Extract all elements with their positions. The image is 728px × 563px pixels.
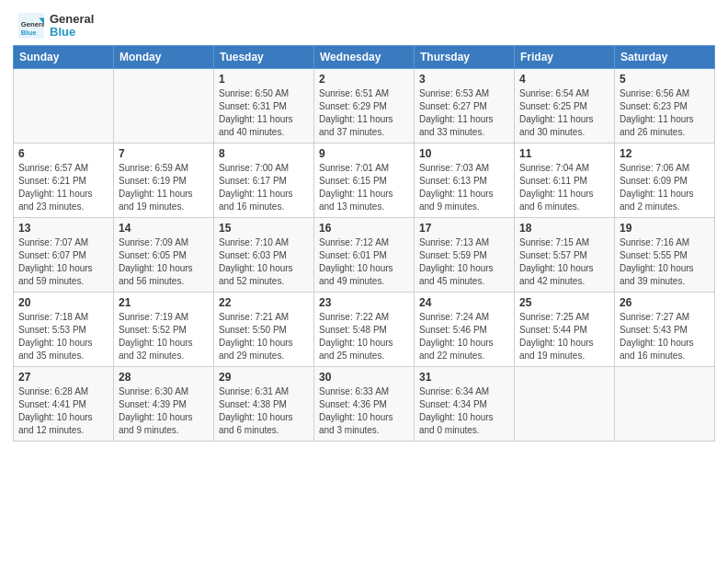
day-info: Sunrise: 7:00 AMSunset: 6:17 PMDaylight:… bbox=[219, 162, 309, 213]
calendar-week-row: 6Sunrise: 6:57 AMSunset: 6:21 PMDaylight… bbox=[14, 143, 715, 217]
calendar-cell: 15Sunrise: 7:10 AMSunset: 6:03 PMDayligh… bbox=[214, 217, 314, 292]
calendar-cell: 5Sunrise: 6:56 AMSunset: 6:23 PMDaylight… bbox=[615, 68, 715, 143]
weekday-header-cell: Saturday bbox=[615, 45, 715, 68]
calendar-cell: 28Sunrise: 6:30 AMSunset: 4:39 PMDayligh… bbox=[114, 366, 214, 441]
day-number: 25 bbox=[519, 296, 609, 309]
day-number: 30 bbox=[319, 371, 409, 384]
weekday-header-row: SundayMondayTuesdayWednesdayThursdayFrid… bbox=[14, 45, 715, 68]
day-info: Sunrise: 7:18 AMSunset: 5:53 PMDaylight:… bbox=[18, 311, 108, 362]
calendar-cell: 21Sunrise: 7:19 AMSunset: 5:52 PMDayligh… bbox=[114, 292, 214, 366]
calendar-cell: 31Sunrise: 6:34 AMSunset: 4:34 PMDayligh… bbox=[415, 366, 515, 441]
day-number: 13 bbox=[18, 222, 108, 235]
day-info: Sunrise: 7:22 AMSunset: 5:48 PMDaylight:… bbox=[319, 311, 409, 362]
calendar-cell: 13Sunrise: 7:07 AMSunset: 6:07 PMDayligh… bbox=[14, 217, 114, 292]
day-number: 18 bbox=[519, 222, 609, 235]
calendar-cell: 11Sunrise: 7:04 AMSunset: 6:11 PMDayligh… bbox=[515, 143, 615, 217]
day-number: 21 bbox=[119, 296, 209, 309]
logo-icon: General Blue bbox=[18, 13, 44, 39]
day-number: 19 bbox=[620, 222, 710, 235]
weekday-header-cell: Friday bbox=[515, 45, 615, 68]
day-number: 15 bbox=[219, 222, 309, 235]
calendar-cell bbox=[114, 68, 214, 143]
calendar-week-row: 1Sunrise: 6:50 AMSunset: 6:31 PMDaylight… bbox=[14, 68, 715, 143]
day-info: Sunrise: 7:09 AMSunset: 6:05 PMDaylight:… bbox=[119, 236, 209, 288]
day-info: Sunrise: 6:54 AMSunset: 6:25 PMDaylight:… bbox=[519, 87, 609, 139]
day-info: Sunrise: 6:56 AMSunset: 6:23 PMDaylight:… bbox=[620, 87, 710, 139]
day-info: Sunrise: 7:16 AMSunset: 5:55 PMDaylight:… bbox=[620, 236, 710, 288]
day-number: 11 bbox=[519, 147, 609, 160]
calendar-week-row: 20Sunrise: 7:18 AMSunset: 5:53 PMDayligh… bbox=[14, 292, 715, 366]
day-info: Sunrise: 7:10 AMSunset: 6:03 PMDaylight:… bbox=[219, 236, 309, 288]
calendar-cell: 30Sunrise: 6:33 AMSunset: 4:36 PMDayligh… bbox=[314, 366, 415, 441]
day-info: Sunrise: 7:06 AMSunset: 6:09 PMDaylight:… bbox=[620, 162, 710, 213]
logo-line1: General bbox=[50, 13, 94, 26]
day-number: 28 bbox=[119, 371, 209, 384]
weekday-header-cell: Sunday bbox=[14, 45, 114, 68]
day-number: 23 bbox=[319, 296, 409, 309]
day-info: Sunrise: 6:28 AMSunset: 4:41 PMDaylight:… bbox=[18, 385, 108, 437]
calendar-body: 1Sunrise: 6:50 AMSunset: 6:31 PMDaylight… bbox=[14, 68, 715, 441]
calendar-cell: 14Sunrise: 7:09 AMSunset: 6:05 PMDayligh… bbox=[114, 217, 214, 292]
calendar-cell: 24Sunrise: 7:24 AMSunset: 5:46 PMDayligh… bbox=[415, 292, 515, 366]
day-info: Sunrise: 7:15 AMSunset: 5:57 PMDaylight:… bbox=[519, 236, 609, 288]
calendar-cell: 17Sunrise: 7:13 AMSunset: 5:59 PMDayligh… bbox=[415, 217, 515, 292]
day-number: 7 bbox=[119, 147, 209, 160]
day-number: 16 bbox=[319, 222, 409, 235]
calendar-cell: 18Sunrise: 7:15 AMSunset: 5:57 PMDayligh… bbox=[515, 217, 615, 292]
calendar-cell: 29Sunrise: 6:31 AMSunset: 4:38 PMDayligh… bbox=[214, 366, 314, 441]
calendar-cell bbox=[515, 366, 615, 441]
day-info: Sunrise: 6:51 AMSunset: 6:29 PMDaylight:… bbox=[319, 87, 409, 139]
day-number: 17 bbox=[419, 222, 509, 235]
calendar-cell: 23Sunrise: 7:22 AMSunset: 5:48 PMDayligh… bbox=[314, 292, 415, 366]
day-info: Sunrise: 6:57 AMSunset: 6:21 PMDaylight:… bbox=[18, 162, 108, 213]
day-number: 2 bbox=[319, 73, 409, 86]
svg-text:Blue: Blue bbox=[21, 29, 37, 37]
calendar-cell: 6Sunrise: 6:57 AMSunset: 6:21 PMDaylight… bbox=[14, 143, 114, 217]
day-number: 31 bbox=[419, 371, 509, 384]
calendar-cell: 20Sunrise: 7:18 AMSunset: 5:53 PMDayligh… bbox=[14, 292, 114, 366]
day-number: 5 bbox=[620, 73, 710, 86]
day-info: Sunrise: 6:30 AMSunset: 4:39 PMDaylight:… bbox=[119, 385, 209, 437]
day-info: Sunrise: 6:50 AMSunset: 6:31 PMDaylight:… bbox=[219, 87, 309, 139]
calendar-cell: 7Sunrise: 6:59 AMSunset: 6:19 PMDaylight… bbox=[114, 143, 214, 217]
day-number: 26 bbox=[620, 296, 710, 309]
day-number: 10 bbox=[419, 147, 509, 160]
day-info: Sunrise: 7:12 AMSunset: 6:01 PMDaylight:… bbox=[319, 236, 409, 288]
day-number: 6 bbox=[18, 147, 108, 160]
day-info: Sunrise: 7:03 AMSunset: 6:13 PMDaylight:… bbox=[419, 162, 509, 213]
day-info: Sunrise: 7:19 AMSunset: 5:52 PMDaylight:… bbox=[119, 311, 209, 362]
weekday-header-cell: Tuesday bbox=[214, 45, 314, 68]
calendar-cell: 25Sunrise: 7:25 AMSunset: 5:44 PMDayligh… bbox=[515, 292, 615, 366]
day-info: Sunrise: 7:04 AMSunset: 6:11 PMDaylight:… bbox=[519, 162, 609, 213]
day-info: Sunrise: 7:01 AMSunset: 6:15 PMDaylight:… bbox=[319, 162, 409, 213]
day-number: 1 bbox=[219, 73, 309, 86]
calendar-cell: 10Sunrise: 7:03 AMSunset: 6:13 PMDayligh… bbox=[415, 143, 515, 217]
day-info: Sunrise: 6:59 AMSunset: 6:19 PMDaylight:… bbox=[119, 162, 209, 213]
calendar-table: SundayMondayTuesdayWednesdayThursdayFrid… bbox=[13, 45, 715, 442]
weekday-header-cell: Wednesday bbox=[314, 45, 415, 68]
weekday-header-cell: Thursday bbox=[415, 45, 515, 68]
calendar-cell bbox=[615, 366, 715, 441]
calendar-cell: 4Sunrise: 6:54 AMSunset: 6:25 PMDaylight… bbox=[515, 68, 615, 143]
day-info: Sunrise: 6:31 AMSunset: 4:38 PMDaylight:… bbox=[219, 385, 309, 437]
logo-line2: Blue bbox=[50, 26, 94, 39]
day-number: 29 bbox=[219, 371, 309, 384]
day-number: 24 bbox=[419, 296, 509, 309]
day-info: Sunrise: 6:34 AMSunset: 4:34 PMDaylight:… bbox=[419, 385, 509, 437]
day-number: 22 bbox=[219, 296, 309, 309]
day-info: Sunrise: 7:07 AMSunset: 6:07 PMDaylight:… bbox=[18, 236, 108, 288]
calendar-week-row: 27Sunrise: 6:28 AMSunset: 4:41 PMDayligh… bbox=[14, 366, 715, 441]
day-number: 27 bbox=[18, 371, 108, 384]
calendar-cell: 22Sunrise: 7:21 AMSunset: 5:50 PMDayligh… bbox=[214, 292, 314, 366]
calendar-cell: 19Sunrise: 7:16 AMSunset: 5:55 PMDayligh… bbox=[615, 217, 715, 292]
day-number: 4 bbox=[519, 73, 609, 86]
calendar-cell: 9Sunrise: 7:01 AMSunset: 6:15 PMDaylight… bbox=[314, 143, 415, 217]
calendar-cell: 26Sunrise: 7:27 AMSunset: 5:43 PMDayligh… bbox=[615, 292, 715, 366]
day-number: 20 bbox=[18, 296, 108, 309]
calendar-cell: 16Sunrise: 7:12 AMSunset: 6:01 PMDayligh… bbox=[314, 217, 415, 292]
day-info: Sunrise: 7:25 AMSunset: 5:44 PMDaylight:… bbox=[519, 311, 609, 362]
day-number: 12 bbox=[620, 147, 710, 160]
day-number: 8 bbox=[219, 147, 309, 160]
day-info: Sunrise: 6:53 AMSunset: 6:27 PMDaylight:… bbox=[419, 87, 509, 139]
logo-text: GeneralBlue bbox=[50, 13, 94, 40]
